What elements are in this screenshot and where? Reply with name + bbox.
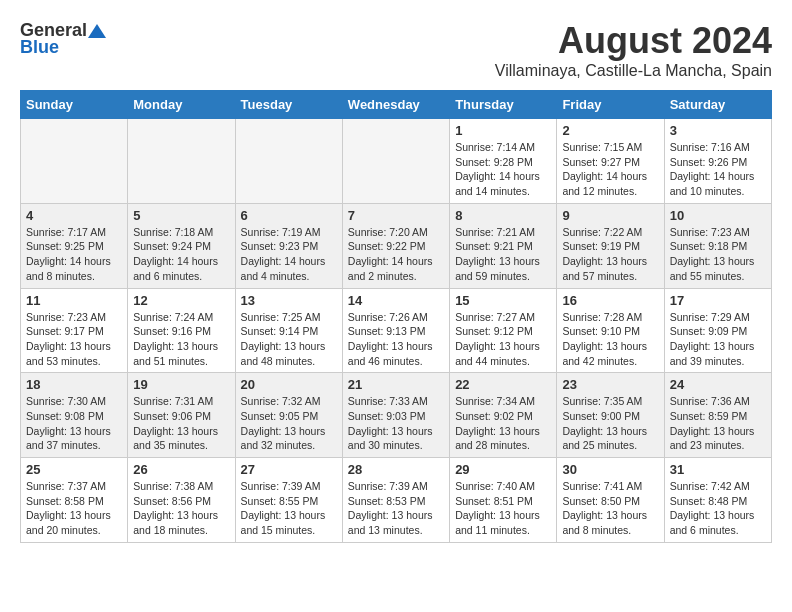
table-row: 20 Sunrise: 7:32 AMSunset: 9:05 PMDaylig…	[235, 373, 342, 458]
table-row: 1 Sunrise: 7:14 AMSunset: 9:28 PMDayligh…	[450, 119, 557, 204]
day-number: 20	[241, 377, 337, 392]
cell-content: Sunrise: 7:31 AMSunset: 9:06 PMDaylight:…	[133, 395, 218, 451]
cell-content: Sunrise: 7:30 AMSunset: 9:08 PMDaylight:…	[26, 395, 111, 451]
table-row: 24 Sunrise: 7:36 AMSunset: 8:59 PMDaylig…	[664, 373, 771, 458]
header-friday: Friday	[557, 91, 664, 119]
table-row: 2 Sunrise: 7:15 AMSunset: 9:27 PMDayligh…	[557, 119, 664, 204]
calendar-week-row: 18 Sunrise: 7:30 AMSunset: 9:08 PMDaylig…	[21, 373, 772, 458]
logo-blue: Blue	[20, 37, 59, 58]
table-row: 16 Sunrise: 7:28 AMSunset: 9:10 PMDaylig…	[557, 288, 664, 373]
table-row: 18 Sunrise: 7:30 AMSunset: 9:08 PMDaylig…	[21, 373, 128, 458]
month-title: August 2024	[495, 20, 772, 62]
cell-content: Sunrise: 7:39 AMSunset: 8:55 PMDaylight:…	[241, 480, 326, 536]
table-row: 7 Sunrise: 7:20 AMSunset: 9:22 PMDayligh…	[342, 203, 449, 288]
table-row: 28 Sunrise: 7:39 AMSunset: 8:53 PMDaylig…	[342, 458, 449, 543]
day-number: 13	[241, 293, 337, 308]
day-number: 11	[26, 293, 122, 308]
table-row: 30 Sunrise: 7:41 AMSunset: 8:50 PMDaylig…	[557, 458, 664, 543]
day-number: 19	[133, 377, 229, 392]
cell-content: Sunrise: 7:23 AMSunset: 9:18 PMDaylight:…	[670, 226, 755, 282]
table-row: 15 Sunrise: 7:27 AMSunset: 9:12 PMDaylig…	[450, 288, 557, 373]
table-row: 4 Sunrise: 7:17 AMSunset: 9:25 PMDayligh…	[21, 203, 128, 288]
cell-content: Sunrise: 7:26 AMSunset: 9:13 PMDaylight:…	[348, 311, 433, 367]
day-number: 2	[562, 123, 658, 138]
header-saturday: Saturday	[664, 91, 771, 119]
day-number: 30	[562, 462, 658, 477]
cell-content: Sunrise: 7:14 AMSunset: 9:28 PMDaylight:…	[455, 141, 540, 197]
calendar-header-row: Sunday Monday Tuesday Wednesday Thursday…	[21, 91, 772, 119]
table-row: 5 Sunrise: 7:18 AMSunset: 9:24 PMDayligh…	[128, 203, 235, 288]
cell-content: Sunrise: 7:19 AMSunset: 9:23 PMDaylight:…	[241, 226, 326, 282]
table-row: 17 Sunrise: 7:29 AMSunset: 9:09 PMDaylig…	[664, 288, 771, 373]
table-row	[128, 119, 235, 204]
cell-content: Sunrise: 7:29 AMSunset: 9:09 PMDaylight:…	[670, 311, 755, 367]
day-number: 8	[455, 208, 551, 223]
table-row: 10 Sunrise: 7:23 AMSunset: 9:18 PMDaylig…	[664, 203, 771, 288]
cell-content: Sunrise: 7:37 AMSunset: 8:58 PMDaylight:…	[26, 480, 111, 536]
day-number: 3	[670, 123, 766, 138]
header-tuesday: Tuesday	[235, 91, 342, 119]
calendar-week-row: 25 Sunrise: 7:37 AMSunset: 8:58 PMDaylig…	[21, 458, 772, 543]
logo-triangle-icon	[88, 22, 106, 40]
day-number: 23	[562, 377, 658, 392]
day-number: 16	[562, 293, 658, 308]
day-number: 27	[241, 462, 337, 477]
day-number: 14	[348, 293, 444, 308]
table-row: 14 Sunrise: 7:26 AMSunset: 9:13 PMDaylig…	[342, 288, 449, 373]
table-row	[342, 119, 449, 204]
cell-content: Sunrise: 7:27 AMSunset: 9:12 PMDaylight:…	[455, 311, 540, 367]
cell-content: Sunrise: 7:20 AMSunset: 9:22 PMDaylight:…	[348, 226, 433, 282]
header-thursday: Thursday	[450, 91, 557, 119]
day-number: 29	[455, 462, 551, 477]
cell-content: Sunrise: 7:35 AMSunset: 9:00 PMDaylight:…	[562, 395, 647, 451]
page-header: General Blue August 2024 Villaminaya, Ca…	[20, 20, 772, 80]
table-row: 23 Sunrise: 7:35 AMSunset: 9:00 PMDaylig…	[557, 373, 664, 458]
cell-content: Sunrise: 7:38 AMSunset: 8:56 PMDaylight:…	[133, 480, 218, 536]
day-number: 9	[562, 208, 658, 223]
day-number: 26	[133, 462, 229, 477]
logo: General Blue	[20, 20, 107, 58]
cell-content: Sunrise: 7:42 AMSunset: 8:48 PMDaylight:…	[670, 480, 755, 536]
cell-content: Sunrise: 7:25 AMSunset: 9:14 PMDaylight:…	[241, 311, 326, 367]
day-number: 5	[133, 208, 229, 223]
day-number: 1	[455, 123, 551, 138]
day-number: 15	[455, 293, 551, 308]
table-row: 22 Sunrise: 7:34 AMSunset: 9:02 PMDaylig…	[450, 373, 557, 458]
cell-content: Sunrise: 7:34 AMSunset: 9:02 PMDaylight:…	[455, 395, 540, 451]
header-wednesday: Wednesday	[342, 91, 449, 119]
cell-content: Sunrise: 7:16 AMSunset: 9:26 PMDaylight:…	[670, 141, 755, 197]
cell-content: Sunrise: 7:36 AMSunset: 8:59 PMDaylight:…	[670, 395, 755, 451]
day-number: 21	[348, 377, 444, 392]
table-row: 29 Sunrise: 7:40 AMSunset: 8:51 PMDaylig…	[450, 458, 557, 543]
cell-content: Sunrise: 7:17 AMSunset: 9:25 PMDaylight:…	[26, 226, 111, 282]
day-number: 22	[455, 377, 551, 392]
calendar-week-row: 11 Sunrise: 7:23 AMSunset: 9:17 PMDaylig…	[21, 288, 772, 373]
cell-content: Sunrise: 7:24 AMSunset: 9:16 PMDaylight:…	[133, 311, 218, 367]
cell-content: Sunrise: 7:15 AMSunset: 9:27 PMDaylight:…	[562, 141, 647, 197]
table-row	[235, 119, 342, 204]
day-number: 25	[26, 462, 122, 477]
table-row: 13 Sunrise: 7:25 AMSunset: 9:14 PMDaylig…	[235, 288, 342, 373]
day-number: 12	[133, 293, 229, 308]
cell-content: Sunrise: 7:39 AMSunset: 8:53 PMDaylight:…	[348, 480, 433, 536]
table-row: 31 Sunrise: 7:42 AMSunset: 8:48 PMDaylig…	[664, 458, 771, 543]
table-row: 12 Sunrise: 7:24 AMSunset: 9:16 PMDaylig…	[128, 288, 235, 373]
table-row	[21, 119, 128, 204]
cell-content: Sunrise: 7:22 AMSunset: 9:19 PMDaylight:…	[562, 226, 647, 282]
cell-content: Sunrise: 7:41 AMSunset: 8:50 PMDaylight:…	[562, 480, 647, 536]
calendar-week-row: 1 Sunrise: 7:14 AMSunset: 9:28 PMDayligh…	[21, 119, 772, 204]
location-title: Villaminaya, Castille-La Mancha, Spain	[495, 62, 772, 80]
table-row: 6 Sunrise: 7:19 AMSunset: 9:23 PMDayligh…	[235, 203, 342, 288]
day-number: 6	[241, 208, 337, 223]
table-row: 21 Sunrise: 7:33 AMSunset: 9:03 PMDaylig…	[342, 373, 449, 458]
header-monday: Monday	[128, 91, 235, 119]
cell-content: Sunrise: 7:28 AMSunset: 9:10 PMDaylight:…	[562, 311, 647, 367]
header-sunday: Sunday	[21, 91, 128, 119]
day-number: 10	[670, 208, 766, 223]
table-row: 27 Sunrise: 7:39 AMSunset: 8:55 PMDaylig…	[235, 458, 342, 543]
cell-content: Sunrise: 7:33 AMSunset: 9:03 PMDaylight:…	[348, 395, 433, 451]
day-number: 28	[348, 462, 444, 477]
cell-content: Sunrise: 7:21 AMSunset: 9:21 PMDaylight:…	[455, 226, 540, 282]
table-row: 11 Sunrise: 7:23 AMSunset: 9:17 PMDaylig…	[21, 288, 128, 373]
table-row: 19 Sunrise: 7:31 AMSunset: 9:06 PMDaylig…	[128, 373, 235, 458]
